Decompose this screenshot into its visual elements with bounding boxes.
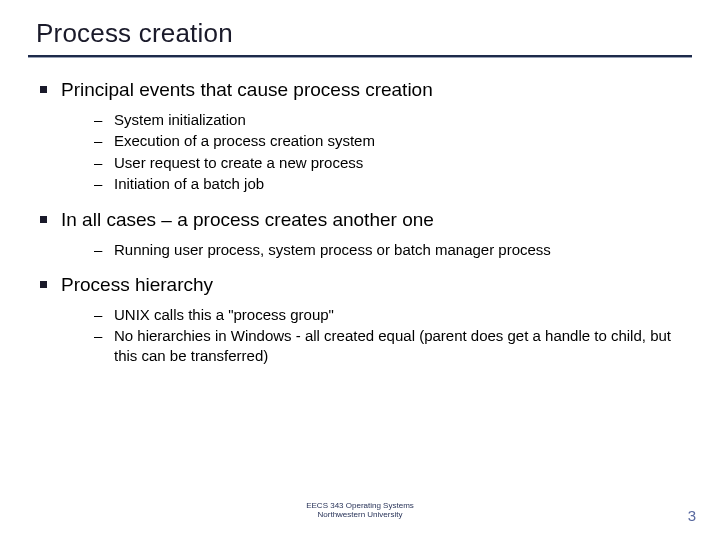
sub-list: –Running user process, system process or… (40, 232, 692, 264)
sub-item: –UNIX calls this a "process group" (94, 305, 692, 325)
sub-text: Initiation of a batch job (108, 174, 264, 194)
slide-title: Process creation (36, 18, 720, 49)
bullet-text: In all cases – a process creates another… (61, 208, 434, 232)
sub-text: Running user process, system process or … (108, 240, 551, 260)
dash-icon: – (94, 305, 108, 325)
bullet-text: Principal events that cause process crea… (61, 78, 433, 102)
slide-footer: EECS 343 Operating Systems Northwestern … (0, 502, 720, 530)
dash-icon: – (94, 174, 108, 194)
sub-text: System initialization (108, 110, 246, 130)
sub-item: –Running user process, system process or… (94, 240, 692, 260)
sub-item: –System initialization (94, 110, 692, 130)
page-number: 3 (688, 507, 696, 524)
sub-item: –User request to create a new process (94, 153, 692, 173)
dash-icon: – (94, 131, 108, 151)
footer-line-2: Northwestern University (0, 511, 720, 520)
footer-text: EECS 343 Operating Systems Northwestern … (0, 502, 720, 520)
square-bullet-icon (40, 281, 47, 288)
sub-item: –No hierarchies in Windows - all created… (94, 326, 692, 365)
sub-list: –UNIX calls this a "process group" –No h… (40, 297, 692, 370)
sub-item: –Execution of a process creation system (94, 131, 692, 151)
title-bar: Process creation (0, 0, 720, 55)
sub-text: UNIX calls this a "process group" (108, 305, 334, 325)
square-bullet-icon (40, 216, 47, 223)
dash-icon: – (94, 240, 108, 260)
dash-icon: – (94, 110, 108, 130)
sub-text: User request to create a new process (108, 153, 363, 173)
slide: Process creation Principal events that c… (0, 0, 720, 540)
sub-text: Execution of a process creation system (108, 131, 375, 151)
bullet-text: Process hierarchy (61, 273, 213, 297)
dash-icon: – (94, 153, 108, 173)
dash-icon: – (94, 326, 108, 365)
sub-list: –System initialization –Execution of a p… (40, 102, 692, 198)
bullet-item: Principal events that cause process crea… (40, 78, 692, 102)
sub-text: No hierarchies in Windows - all created … (108, 326, 692, 365)
sub-item: –Initiation of a batch job (94, 174, 692, 194)
bullet-item: In all cases – a process creates another… (40, 208, 692, 232)
bullet-item: Process hierarchy (40, 273, 692, 297)
slide-content: Principal events that cause process crea… (0, 58, 720, 369)
square-bullet-icon (40, 86, 47, 93)
